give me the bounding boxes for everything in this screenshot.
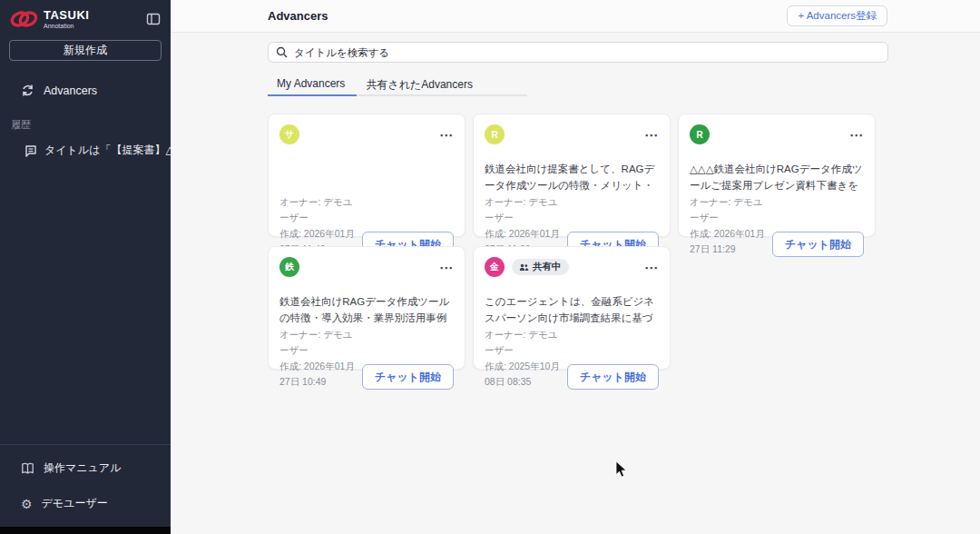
brand-block: TASUKI Annotation: [44, 9, 89, 29]
tab-my-advancers[interactable]: My Advancers: [268, 74, 357, 96]
card-meta: オーナー: デモユーザー 作成: 2026年01月27日 10:49: [279, 327, 362, 390]
chat-start-button[interactable]: チャット開始: [362, 364, 454, 390]
sidebar-header: TASUKI Annotation: [0, 0, 171, 31]
advancer-card[interactable]: 鉄 ⋯ 鉄道業界向けRAGデータ作成ツー… 鉄道会社向けRAGデータ作成ツールの…: [268, 246, 466, 370]
card-description: 鉄道会社向け提案書として、RAGデータ作成ツールの特徴・メリット・業界課題への解…: [485, 161, 659, 194]
card-menu-button[interactable]: ⋯: [439, 128, 454, 142]
page-title: Advancers: [268, 9, 328, 23]
search-icon: [276, 46, 288, 58]
card-description: [279, 161, 454, 194]
card-owner: オーナー: デモユーザー: [485, 327, 567, 359]
window-edge: [0, 527, 171, 534]
advancer-card[interactable]: サ ⋯ サンプルAdvancers(編集済み) オーナー: デモユーザー 作成:…: [268, 114, 466, 237]
card-owner: オーナー: デモユーザー: [690, 194, 772, 226]
history-item-label: タイトルは「【提案書】△△△…: [44, 143, 171, 158]
card-description: このエージェントは、金融系ビジネスパーソン向け市場調査結果に基づいた資料作成に特…: [485, 293, 659, 327]
card-owner: オーナー: デモユーザー: [485, 194, 567, 226]
card-menu-button[interactable]: ⋯: [849, 128, 864, 142]
history-section-label: 履歴: [0, 105, 171, 135]
shared-status-badge: 共有中: [512, 259, 569, 275]
sidebar-collapse-icon[interactable]: [145, 11, 162, 27]
card-menu-button[interactable]: ⋯: [644, 261, 659, 274]
avatar: 金: [485, 257, 505, 277]
brand-name: TASUKI: [44, 9, 89, 21]
gear-icon: ⚙: [21, 498, 33, 510]
tasuki-logo-icon: [9, 7, 40, 31]
sidebar-item-user[interactable]: ⚙ デモユーザー: [0, 486, 171, 521]
avatar: 鉄: [279, 257, 299, 277]
sidebar-footer: 操作マニュアル ⚙ デモユーザー: [0, 444, 171, 527]
search-input[interactable]: [294, 47, 880, 58]
new-create-button[interactable]: 新規作成: [9, 40, 162, 61]
avatar: サ: [279, 124, 299, 144]
card-created: 作成: 2026年01月27日 11:29: [690, 226, 772, 258]
tab-bar: My Advancers 共有されたAdvancers: [268, 74, 527, 96]
sidebar-item-label: Advancers: [44, 84, 97, 97]
chat-start-button[interactable]: チャット開始: [772, 232, 864, 257]
sidebar-item-advancers[interactable]: Advancers: [0, 75, 171, 105]
card-meta: オーナー: デモユーザー 作成: 2026年01月27日 11:29: [690, 194, 772, 257]
sidebar-history-item[interactable]: タイトルは「【提案書】△△△…: [0, 135, 171, 165]
sidebar-item-manual[interactable]: 操作マニュアル: [0, 450, 171, 486]
chat-bubble-icon: [24, 144, 37, 157]
card-description: 鉄道会社向けRAGデータ作成ツールの特徴・導入効果・業界別活用事例を10枚構成で…: [279, 293, 454, 327]
card-owner: オーナー: デモユーザー: [279, 327, 362, 359]
card-owner: オーナー: デモユーザー: [279, 194, 362, 226]
sidebar: TASUKI Annotation 新規作成 Advancers 履歴: [0, 0, 171, 534]
user-label: デモユーザー: [42, 496, 108, 511]
chat-start-button[interactable]: チャット開始: [567, 364, 659, 390]
main-area: Advancers + Advancers登録 My Advancers 共有さ…: [171, 0, 980, 534]
advancer-card[interactable]: 金 共有中 ⋯ 金融系資料作成: [473, 246, 671, 370]
card-created: 作成: 2026年01月27日 10:49: [279, 359, 362, 391]
manual-label: 操作マニュアル: [44, 460, 121, 476]
search-bar[interactable]: [268, 42, 888, 63]
tab-shared-advancers[interactable]: 共有されたAdvancers: [357, 74, 485, 96]
register-advancers-button[interactable]: + Advancers登録: [787, 5, 887, 26]
advancers-grid: サ ⋯ サンプルAdvancers(編集済み) オーナー: デモユーザー 作成:…: [268, 114, 888, 370]
card-menu-button[interactable]: ⋯: [439, 261, 454, 274]
people-icon: [519, 263, 529, 272]
card-meta: オーナー: デモユーザー 作成: 2025年10月08日 08:35: [485, 327, 567, 390]
avatar: R: [690, 124, 710, 144]
card-created: 作成: 2025年10月08日 08:35: [485, 359, 567, 391]
main-header: Advancers + Advancers登録: [171, 0, 980, 33]
avatar: R: [485, 124, 505, 144]
advancer-card[interactable]: R ⋯ RAGデータ提案書厳密再現エージ… △△△鉄道会社向けRAGデータ作成ツ…: [678, 114, 876, 237]
card-description: △△△鉄道会社向けRAGデータ作成ツールご提案用プレゼン資料下書きを顧客ニーズ・…: [690, 161, 864, 194]
shared-badge-label: 共有中: [533, 261, 562, 273]
card-menu-button[interactable]: ⋯: [644, 128, 659, 142]
brand-subtitle: Annotation: [44, 23, 89, 29]
book-icon: [21, 462, 34, 475]
advancer-card[interactable]: R ⋯ RAGデータ作成ツール鉄道提案ス… 鉄道会社向け提案書として、RAGデー…: [473, 114, 671, 237]
advancers-cycle-icon: [21, 84, 34, 97]
